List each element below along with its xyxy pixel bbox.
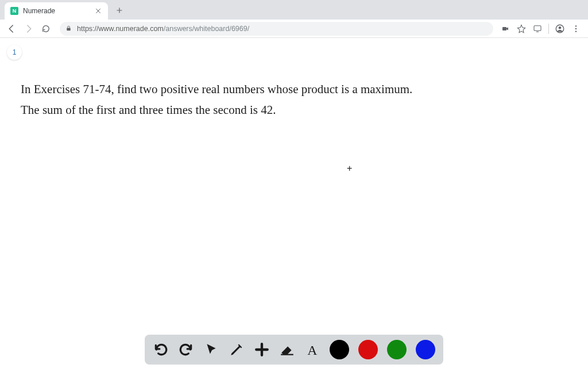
problem-text: In Exercises 71-74, find two positive re… <box>21 79 567 120</box>
camera-icon[interactable] <box>500 24 510 34</box>
color-red[interactable] <box>358 340 378 359</box>
svg-rect-8 <box>281 354 293 355</box>
forward-button[interactable] <box>22 22 36 36</box>
crosshair-cursor: + <box>347 163 352 174</box>
toolbar-divider <box>548 24 549 34</box>
page-content: 1 In Exercises 71-74, find two positive … <box>0 38 588 368</box>
svg-rect-2 <box>534 25 541 30</box>
svg-point-6 <box>575 28 577 29</box>
profile-icon[interactable] <box>555 24 565 34</box>
svg-text:A: A <box>307 343 318 357</box>
svg-point-5 <box>575 25 577 26</box>
lock-icon <box>65 25 72 32</box>
tab-favicon: N <box>10 7 18 15</box>
eraser-tool[interactable] <box>279 342 295 358</box>
svg-point-4 <box>559 26 562 29</box>
color-black[interactable] <box>330 340 349 359</box>
browser-chrome: N Numerade https://www.numerade.com/answ… <box>0 0 588 38</box>
svg-rect-0 <box>67 28 70 30</box>
undo-button[interactable] <box>153 342 169 358</box>
svg-point-7 <box>575 30 577 32</box>
url-host: https://www.numerade.com <box>77 25 164 33</box>
pointer-tool[interactable] <box>203 342 219 358</box>
url-path: /answers/whiteboard/6969/ <box>164 25 249 33</box>
whiteboard-toolbar: A <box>145 335 443 365</box>
new-tab-button[interactable] <box>111 2 127 18</box>
toolbar-right-icons <box>500 24 583 34</box>
add-tool[interactable] <box>254 342 270 358</box>
svg-rect-1 <box>502 27 506 30</box>
reload-button[interactable] <box>39 22 53 36</box>
redo-button[interactable] <box>178 342 194 358</box>
problem-line-2: The sum of the first and three times the… <box>21 100 567 121</box>
browser-tab[interactable]: N Numerade <box>5 2 108 20</box>
color-green[interactable] <box>387 340 407 359</box>
tab-strip: N Numerade <box>0 0 588 20</box>
close-icon[interactable] <box>94 7 102 15</box>
tab-title: Numerade <box>23 7 91 15</box>
star-icon[interactable] <box>516 24 527 34</box>
cast-icon[interactable] <box>532 24 543 34</box>
address-bar[interactable]: https://www.numerade.com/answers/whitebo… <box>60 22 493 36</box>
back-button[interactable] <box>5 22 18 36</box>
menu-icon[interactable] <box>571 24 581 34</box>
page-number-badge[interactable]: 1 <box>7 45 22 60</box>
color-blue[interactable] <box>416 340 435 359</box>
text-tool[interactable]: A <box>304 342 320 358</box>
pen-tool[interactable] <box>229 342 245 358</box>
browser-toolbar: https://www.numerade.com/answers/whitebo… <box>0 20 588 38</box>
problem-line-1: In Exercises 71-74, find two positive re… <box>21 79 567 100</box>
